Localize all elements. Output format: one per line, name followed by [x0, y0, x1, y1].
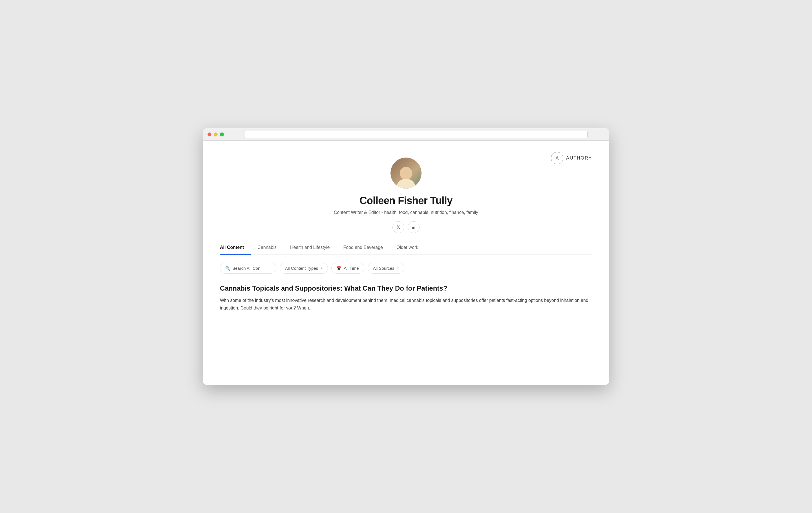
profile-name: Colleen Fisher Tully	[359, 195, 452, 207]
content-type-label: All Content Types	[285, 266, 318, 271]
tab-all-content[interactable]: All Content	[220, 242, 251, 255]
search-icon: 🔍	[225, 266, 230, 271]
tab-older-work[interactable]: Older work	[390, 242, 425, 255]
linkedin-icon: in	[412, 225, 415, 230]
profile-section: Colleen Fisher Tully Content Writer & Ed…	[220, 152, 592, 242]
search-input-label: Search All Con	[232, 266, 260, 271]
sources-filter[interactable]: All Sources ▾	[368, 263, 404, 274]
minimize-button[interactable]	[214, 132, 218, 137]
content-area: Cannabis Topicals and Suppositories: Wha…	[220, 284, 592, 323]
authory-logo: A AUTHORY	[551, 152, 592, 164]
profile-bio: Content Writer & Editor - health, food, …	[334, 210, 478, 215]
close-button[interactable]	[207, 132, 211, 137]
tab-food-beverage-label: Food and Beverage	[343, 245, 383, 250]
article-excerpt: With some of the industry's most innovat…	[220, 297, 592, 312]
time-label: All Time	[344, 266, 359, 271]
authory-brand-name: AUTHORY	[566, 156, 592, 161]
tab-health-lifestyle-label: Health and Lifestyle	[290, 245, 330, 250]
tab-all-content-label: All Content	[220, 245, 244, 250]
maximize-button[interactable]	[220, 132, 224, 137]
avatar-body	[396, 179, 416, 188]
time-filter[interactable]: 📅 All Time	[331, 263, 364, 274]
linkedin-link[interactable]: in	[408, 221, 419, 233]
browser-window: A AUTHORY Colleen Fisher Tully Content W…	[203, 128, 609, 385]
avatar	[390, 157, 422, 188]
content-type-filter[interactable]: All Content Types ▾	[280, 263, 328, 274]
tab-older-work-label: Older work	[397, 245, 418, 250]
social-links: 𝕏 in	[393, 221, 419, 233]
tabs-list: All Content Cannabis Health and Lifestyl…	[220, 242, 592, 254]
chevron-down-icon: ▾	[321, 266, 323, 270]
avatar-face	[400, 167, 412, 179]
traffic-lights	[207, 132, 224, 137]
avatar-image	[390, 157, 422, 188]
twitter-link[interactable]: 𝕏	[393, 221, 404, 233]
tab-cannabis[interactable]: Cannabis	[251, 242, 283, 255]
authory-icon-letter: A	[556, 156, 559, 161]
authory-icon: A	[551, 152, 563, 164]
avatar-person	[395, 167, 417, 188]
tab-cannabis-label: Cannabis	[257, 245, 277, 250]
tab-health-lifestyle[interactable]: Health and Lifestyle	[283, 242, 337, 255]
address-bar[interactable]	[244, 131, 587, 138]
browser-chrome	[203, 128, 609, 141]
calendar-icon: 📅	[337, 266, 342, 271]
tab-food-beverage[interactable]: Food and Beverage	[336, 242, 390, 255]
twitter-icon: 𝕏	[397, 225, 400, 230]
article-title[interactable]: Cannabis Topicals and Suppositories: Wha…	[220, 284, 592, 293]
filters-section: 🔍 Search All Con All Content Types ▾ 📅 A…	[220, 263, 592, 274]
tabs-section: All Content Cannabis Health and Lifestyl…	[220, 242, 592, 255]
search-filter[interactable]: 🔍 Search All Con	[220, 263, 276, 274]
chevron-down-icon-sources: ▾	[397, 266, 399, 270]
page-content: A AUTHORY Colleen Fisher Tully Content W…	[203, 141, 609, 335]
sources-label: All Sources	[373, 266, 395, 271]
article-item: Cannabis Topicals and Suppositories: Wha…	[220, 284, 592, 312]
